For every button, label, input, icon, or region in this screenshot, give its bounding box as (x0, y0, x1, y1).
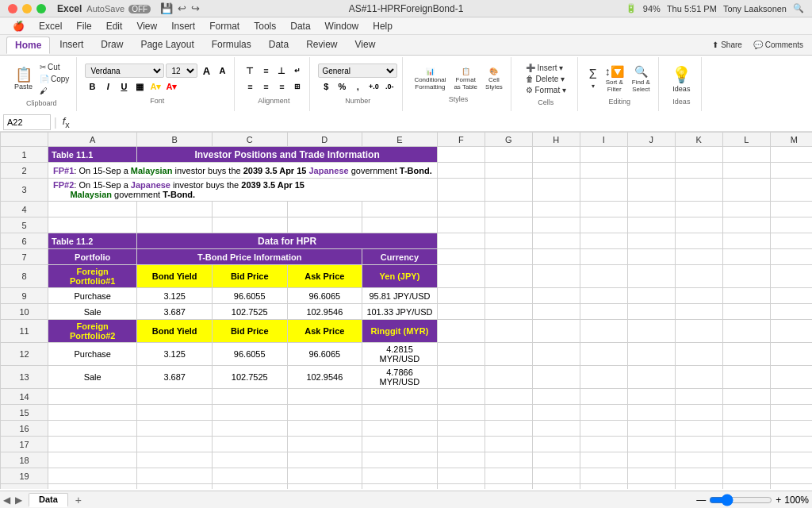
menu-view[interactable]: View (130, 19, 163, 33)
menu-insert[interactable]: Insert (165, 19, 201, 33)
ideas-button[interactable]: 💡 Ideas (668, 64, 695, 94)
minimize-button[interactable] (22, 4, 32, 13)
insert-cells-button[interactable]: ➕ Insert ▾ (523, 63, 569, 73)
row-header-3[interactable]: 3 (1, 179, 48, 202)
format-cells-button[interactable]: ⚙ Format ▾ (523, 85, 569, 95)
col-header-e[interactable]: E (362, 133, 438, 147)
cell-a3[interactable]: FP#2: On 15-Sep a Japanese investor buys… (48, 179, 438, 202)
cell-a9[interactable]: Purchase (48, 288, 137, 304)
cell-d12[interactable]: 96.6065 (287, 343, 362, 366)
comma-format-button[interactable]: , (350, 79, 365, 94)
share-button[interactable]: ⬆ Share (710, 40, 744, 50)
tab-draw[interactable]: Draw (93, 37, 131, 54)
font-size-select[interactable]: 12 (166, 64, 197, 78)
bold-button[interactable]: B (85, 79, 99, 94)
col-header-a[interactable]: A (48, 133, 137, 147)
cell-a13[interactable]: Sale (48, 366, 137, 389)
cell-b9[interactable]: 3.125 (137, 288, 213, 304)
number-format-select[interactable]: General (318, 64, 397, 78)
col-header-i[interactable]: I (580, 133, 627, 147)
cell-e8[interactable]: Yen (JPY) (362, 265, 438, 288)
cell-j1[interactable] (627, 147, 675, 163)
cell-k1[interactable] (675, 147, 722, 163)
menu-file[interactable]: File (70, 19, 98, 33)
cell-b7[interactable]: T-Bond Price Information (137, 249, 362, 265)
row-header-6[interactable]: 6 (1, 233, 48, 249)
cell-a8[interactable]: ForeignPortfolio#1 (48, 265, 137, 288)
row-header-11[interactable]: 11 (1, 320, 48, 343)
align-top-button[interactable]: ⊤ (243, 64, 257, 78)
align-bottom-button[interactable]: ⊥ (274, 64, 289, 78)
cell-c13[interactable]: 102.7525 (212, 366, 287, 389)
decrease-font-button[interactable]: A (215, 64, 229, 78)
tab-data[interactable]: Data (261, 37, 297, 54)
redo-icon[interactable]: ↪ (191, 2, 200, 14)
cell-b1[interactable]: Investor Positions and Trade Information (137, 147, 437, 163)
sort-filter-button[interactable]: ↕🔽 Sort &Filter (602, 64, 627, 94)
row-header-10[interactable]: 10 (1, 304, 48, 320)
cell-c11[interactable]: Bid Price (212, 320, 287, 343)
row-header-8[interactable]: 8 (1, 265, 48, 288)
conditional-formatting-button[interactable]: 📊 ConditionalFormatting (411, 66, 449, 92)
prev-sheet-button[interactable]: ◀ (3, 495, 10, 506)
cell-b10[interactable]: 3.687 (137, 304, 213, 320)
zoom-out-button[interactable]: — (696, 495, 706, 506)
percent-format-button[interactable]: % (335, 79, 349, 94)
zoom-in-button[interactable]: + (776, 495, 781, 506)
row-header-1[interactable]: 1 (1, 147, 48, 163)
menu-data[interactable]: Data (284, 19, 316, 33)
close-button[interactable] (8, 4, 17, 13)
col-header-l[interactable]: L (722, 133, 770, 147)
col-header-c[interactable]: C (212, 133, 287, 147)
tab-view[interactable]: View (347, 37, 384, 54)
save-icon[interactable]: 💾 (160, 2, 173, 14)
row-header-13[interactable]: 13 (1, 366, 48, 389)
col-header-j[interactable]: J (627, 133, 675, 147)
function-wizard-button[interactable]: fx (60, 115, 72, 129)
col-header-g[interactable]: G (485, 133, 532, 147)
row-header-9[interactable]: 9 (1, 288, 48, 304)
add-sheet-button[interactable]: + (71, 493, 86, 507)
cell-e13[interactable]: 4.7866 MYR/USD (362, 366, 438, 389)
cell-a6[interactable]: Table 11.2 (48, 233, 137, 249)
cell-e11[interactable]: Ringgit (MYR) (362, 320, 438, 343)
font-family-select[interactable]: Verdana (85, 64, 164, 78)
copy-button[interactable]: 📄 Copy (37, 74, 71, 84)
cell-e7[interactable]: Currency (362, 249, 438, 265)
border-button[interactable]: ▦ (132, 79, 147, 94)
format-painter-button[interactable]: 🖌 (37, 86, 71, 96)
align-center-button[interactable]: ≡ (259, 79, 273, 94)
cell-styles-button[interactable]: 🎨 CellStyles (482, 66, 506, 92)
cell-a7[interactable]: Portfolio (48, 249, 137, 265)
cell-e9[interactable]: 95.81 JPY/USD (362, 288, 438, 304)
format-as-table-button[interactable]: 📋 Formatas Table (450, 66, 481, 92)
menu-excel-text[interactable]: Excel (33, 19, 68, 33)
decrease-decimal-button[interactable]: .0- (382, 79, 396, 94)
cell-b11[interactable]: Bond Yield (137, 320, 213, 343)
cell-c12[interactable]: 96.6055 (212, 343, 287, 366)
col-header-m[interactable]: M (770, 133, 812, 147)
align-left-button[interactable]: ≡ (243, 79, 257, 94)
cell-d11[interactable]: Ask Price (287, 320, 362, 343)
col-header-k[interactable]: K (675, 133, 722, 147)
wrap-text-button[interactable]: ↵ (290, 64, 304, 78)
cell-e12[interactable]: 4.2815 MYR/USD (362, 343, 438, 366)
next-sheet-button[interactable]: ▶ (15, 495, 22, 506)
menu-window[interactable]: Window (319, 19, 366, 33)
cell-d13[interactable]: 102.9546 (287, 366, 362, 389)
col-header-b[interactable]: B (137, 133, 213, 147)
cell-a10[interactable]: Sale (48, 304, 137, 320)
cell-c9[interactable]: 96.6055 (212, 288, 287, 304)
cell-a11[interactable]: ForeignPortfolio#2 (48, 320, 137, 343)
autosum-button[interactable]: Σ ▾ (586, 64, 600, 94)
cell-h1[interactable] (532, 147, 580, 163)
tab-review[interactable]: Review (298, 37, 345, 54)
cell-c10[interactable]: 102.7525 (212, 304, 287, 320)
cell-d8[interactable]: Ask Price (287, 265, 362, 288)
cell-d9[interactable]: 96.6065 (287, 288, 362, 304)
zoom-slider[interactable] (709, 494, 772, 506)
col-header-d[interactable]: D (287, 133, 362, 147)
menu-excel[interactable]: 🍎 (6, 19, 31, 33)
tab-page-layout[interactable]: Page Layout (132, 37, 201, 54)
cell-a2[interactable]: FP#1: On 15-Sep a Malaysian investor buy… (48, 163, 438, 179)
